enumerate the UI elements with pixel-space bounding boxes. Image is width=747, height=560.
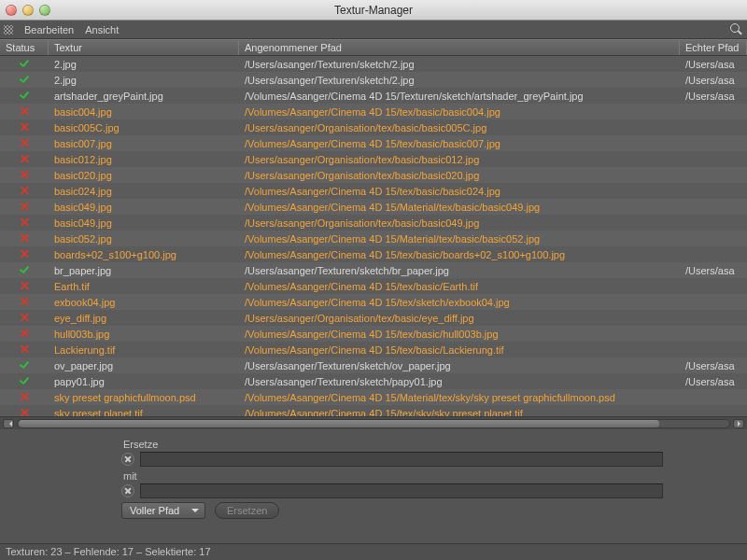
replace-input[interactable] (140, 452, 663, 467)
col-texture[interactable]: Textur (49, 40, 239, 55)
texture-table: Status Textur Angenommener Pfad Echter P… (0, 39, 747, 429)
scroll-track[interactable] (17, 419, 730, 428)
x-icon (20, 217, 30, 228)
assumed-path-cell: /Volumes/Asanger/Cinema 4D 15/tex/basic/… (239, 248, 680, 261)
search-icon[interactable] (730, 23, 743, 36)
table-row[interactable]: sky preset graphicfullmoon.psd/Volumes/A… (0, 389, 747, 405)
status-cell (0, 153, 49, 165)
table-row[interactable]: Earth.tif/Volumes/Asanger/Cinema 4D 15/t… (0, 278, 747, 294)
status-cell (0, 280, 49, 292)
check-icon (19, 265, 30, 276)
table-header: Status Textur Angenommener Pfad Echter P… (0, 39, 747, 56)
texture-cell: basic052.jpg (49, 232, 239, 245)
table-row[interactable]: exbook04.jpg/Volumes/Asanger/Cinema 4D 1… (0, 294, 747, 310)
menu-view[interactable]: Ansicht (85, 24, 119, 35)
x-icon (20, 329, 30, 339)
x-icon (20, 106, 30, 117)
menubar: Bearbeiten Ansicht (0, 21, 747, 39)
status-cell (0, 201, 49, 213)
real-path-cell (680, 159, 747, 161)
assumed-path-cell: /Users/asanger/Texturen/sketch/ov_paper.… (239, 359, 680, 372)
menu-edit[interactable]: Bearbeiten (24, 24, 74, 35)
x-icon (20, 170, 30, 180)
status-cell (0, 248, 49, 260)
table-body: 2.jpg/Users/asanger/Texturen/sketch/2.jp… (0, 56, 747, 416)
status-cell (0, 185, 49, 197)
assumed-path-cell: /Users/asanger/Texturen/sketch/papy01.jp… (239, 375, 680, 388)
assumed-path-cell: /Users/asanger/Organisation/tex/basic/ey… (239, 312, 680, 325)
real-path-cell (680, 397, 747, 399)
table-row[interactable]: boards+02_s100+g100.jpg/Volumes/Asanger/… (0, 246, 747, 262)
col-status[interactable]: Status (0, 40, 49, 55)
horizontal-scrollbar[interactable] (0, 416, 747, 429)
table-row[interactable]: basic020.jpg/Users/asanger/Organisation/… (0, 167, 747, 183)
statusbar: Texturen: 23 – Fehlende: 17 – Selektiert… (0, 543, 747, 560)
status-cell (0, 328, 49, 340)
assumed-path-cell: /Volumes/Asanger/Cinema 4D 15/tex/sky/sk… (239, 407, 680, 417)
scroll-left-icon[interactable] (3, 419, 14, 428)
x-icon (20, 408, 30, 416)
check-icon (19, 376, 30, 387)
col-assumed-path[interactable]: Angenommener Pfad (239, 40, 680, 55)
col-real-path[interactable]: Echter Pfad (680, 40, 747, 55)
table-row[interactable]: basic024.jpg/Volumes/Asanger/Cinema 4D 1… (0, 183, 747, 199)
real-path-cell (680, 349, 747, 351)
table-row[interactable]: basic049.jpg/Users/asanger/Organisation/… (0, 215, 747, 231)
real-path-cell: /Users/asa (680, 375, 747, 388)
replace-button[interactable]: Ersetzen (215, 502, 279, 519)
clear-replace-icon[interactable] (121, 453, 134, 466)
table-row[interactable]: ov_paper.jpg/Users/asanger/Texturen/sket… (0, 357, 747, 373)
status-cell (0, 217, 49, 229)
x-icon (20, 392, 30, 402)
table-row[interactable]: basic012.jpg/Users/asanger/Organisation/… (0, 151, 747, 167)
real-path-cell (680, 127, 747, 129)
real-path-cell (680, 206, 747, 208)
texture-cell: sky preset planet.tif (49, 407, 239, 417)
table-row[interactable]: Lackierung.tif/Volumes/Asanger/Cinema 4D… (0, 342, 747, 357)
table-row[interactable]: eye_diff.jpg/Users/asanger/Organisation/… (0, 310, 747, 326)
status-cell (0, 296, 49, 308)
texture-cell: basic049.jpg (49, 201, 239, 214)
table-row[interactable]: papy01.jpg/Users/asanger/Texturen/sketch… (0, 373, 747, 389)
real-path-cell (680, 111, 747, 113)
texture-cell: Lackierung.tif (49, 343, 239, 357)
assumed-path-cell: /Volumes/Asanger/Cinema 4D 15/Material/t… (239, 391, 680, 404)
table-row[interactable]: artshader_greyPaint.jpg/Volumes/Asanger/… (0, 88, 747, 104)
path-mode-dropdown[interactable]: Voller Pfad (121, 502, 205, 519)
table-row[interactable]: basic007.jpg/Volumes/Asanger/Cinema 4D 1… (0, 135, 747, 151)
x-icon (20, 233, 30, 244)
status-cell (0, 232, 49, 245)
texture-cell: basic024.jpg (49, 185, 239, 198)
table-row[interactable]: basic049.jpg/Volumes/Asanger/Cinema 4D 1… (0, 199, 747, 215)
grip-icon (4, 25, 13, 35)
x-icon (20, 138, 30, 148)
table-row[interactable]: 2.jpg/Users/asanger/Texturen/sketch/2.jp… (0, 56, 747, 72)
assumed-path-cell: /Users/asanger/Organisation/tex/basic/ba… (239, 169, 680, 182)
x-icon (20, 313, 30, 323)
texture-cell: ov_paper.jpg (49, 359, 239, 372)
texture-cell: eye_diff.jpg (49, 312, 239, 325)
real-path-cell: /Users/asa (680, 58, 747, 71)
table-row[interactable]: basic005C.jpg/Users/asanger/Organisation… (0, 119, 747, 135)
texture-cell: basic049.jpg (49, 217, 239, 230)
status-cell (0, 74, 49, 87)
scroll-thumb[interactable] (19, 420, 659, 427)
table-row[interactable]: hull003b.jpg/Volumes/Asanger/Cinema 4D 1… (0, 326, 747, 342)
x-icon (20, 249, 30, 259)
table-row[interactable]: basic052.jpg/Volumes/Asanger/Cinema 4D 1… (0, 231, 747, 246)
assumed-path-cell: /Users/asanger/Texturen/sketch/2.jpg (239, 58, 680, 71)
status-cell (0, 375, 49, 388)
clear-with-icon[interactable] (121, 484, 134, 497)
scroll-right-icon[interactable] (733, 419, 744, 428)
table-row[interactable]: basic004.jpg/Volumes/Asanger/Cinema 4D 1… (0, 104, 747, 119)
real-path-cell (680, 317, 747, 319)
real-path-cell: /Users/asa (680, 359, 747, 372)
table-row[interactable]: sky preset planet.tif/Volumes/Asanger/Ci… (0, 405, 747, 416)
assumed-path-cell: /Users/asanger/Texturen/sketch/2.jpg (239, 74, 680, 87)
with-input[interactable] (140, 483, 663, 498)
table-row[interactable]: br_paper.jpg/Users/asanger/Texturen/sket… (0, 262, 747, 278)
table-row[interactable]: 2.jpg/Users/asanger/Texturen/sketch/2.jp… (0, 72, 747, 88)
status-cell (0, 58, 49, 71)
status-cell (0, 343, 49, 356)
status-cell (0, 121, 49, 133)
